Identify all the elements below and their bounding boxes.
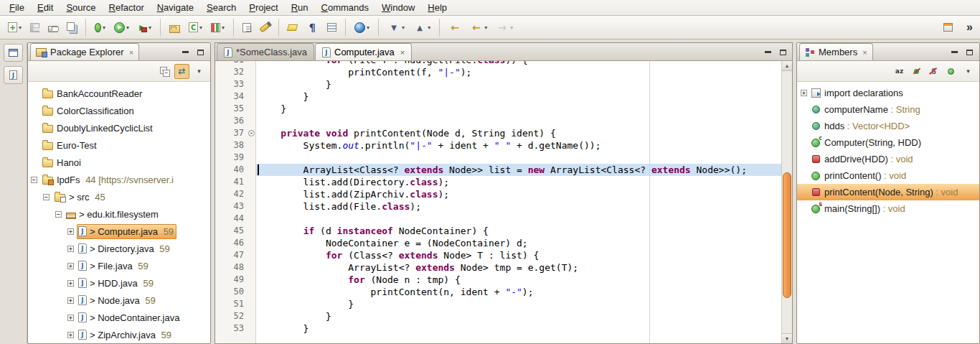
next-annotation-button[interactable]: ▼▾ (384, 17, 408, 38)
code-line-34[interactable]: } (256, 90, 781, 103)
code-line-46[interactable]: NodeContainer e = (NodeContainer) d; (256, 237, 781, 249)
hide-fields-button[interactable] (909, 64, 924, 79)
code-line-42[interactable]: list.add(ZipArchiv.class); (256, 188, 781, 200)
code-line-33[interactable]: } (256, 78, 781, 90)
debug-button[interactable]: ▾ (91, 17, 109, 38)
web-browser-button[interactable]: ▾ (351, 17, 373, 38)
editor-scrollbar[interactable]: ▲ ▼ (781, 61, 792, 343)
expander-plus-icon[interactable]: + (67, 228, 74, 235)
external-tools-button[interactable]: ▶▾ (134, 17, 155, 38)
tree-item-colorclassification[interactable]: ColorClassification (28, 102, 210, 119)
code-line-52[interactable]: } (256, 310, 781, 322)
code-line-47[interactable]: for (Class<? extends Node> T : list) { (256, 249, 781, 261)
java-document-button[interactable]: J (4, 66, 23, 84)
java-editor[interactable]: 3132333435363738394041424344454647484950… (215, 61, 792, 343)
code-line-44[interactable] (256, 213, 781, 225)
show-whitespace-button[interactable]: ¶ (302, 17, 322, 38)
member-hdds[interactable]: hdds : Vector<HDD> (797, 118, 979, 134)
restore-view-button[interactable] (4, 44, 23, 62)
save-button[interactable] (27, 17, 43, 38)
expander-plus-icon[interactable]: + (67, 297, 74, 304)
tree-item-ipdfs[interactable]: −IpdFs 44 [https://svnserver.i (28, 171, 210, 188)
menu-search[interactable]: Search (200, 0, 242, 15)
member-printcontent-node-string[interactable]: printContent(Node, String) : void (797, 184, 979, 200)
tree-item-src[interactable]: −> src 45 (28, 188, 210, 205)
code-line-49[interactable]: for (Node n : tmp) { (256, 274, 781, 286)
tree-item-nodecontainer-java[interactable]: +J> NodeContainer.java (28, 309, 210, 326)
forward-button[interactable]: →▾ (492, 17, 517, 38)
link-with-editor-button[interactable]: ⇄ (174, 64, 189, 79)
code-line-45[interactable]: if (d instanceof NodeContainer) { (256, 225, 781, 237)
minimize-view-button[interactable] (180, 47, 191, 57)
tree-item-directory-java[interactable]: +J> Directory.java 59 (28, 240, 210, 257)
member-main-string[interactable]: smain(String[]) : void (797, 200, 979, 217)
code-line-37[interactable]: private void printContent(Node d, String… (256, 127, 781, 139)
toolbar-overflow-chevron[interactable]: » (966, 21, 973, 34)
code-line-43[interactable]: list.add(File.class); (256, 200, 781, 213)
tree-item-node-java[interactable]: +J> Node.java 59 (28, 292, 210, 309)
code-line-39[interactable] (256, 152, 781, 164)
close-view-icon[interactable]: × (862, 48, 867, 57)
member-computer-string-hdd[interactable]: cComputer(String, HDD) (797, 134, 979, 151)
collapse-all-button[interactable] (157, 64, 172, 79)
tree-item-bankaccountreader[interactable]: BankAccountReader (28, 85, 210, 102)
tree-item-hanoi[interactable]: Hanoi (28, 154, 210, 171)
expander-plus-icon[interactable]: + (67, 246, 74, 252)
menu-edit[interactable]: Edit (31, 0, 60, 15)
pe-view-menu-button[interactable]: ▾ (192, 64, 207, 79)
tree-item-file-java[interactable]: +J> File.java 59 (28, 257, 210, 274)
expander-plus-icon[interactable]: + (801, 90, 807, 96)
new-task-button[interactable] (239, 17, 255, 38)
code-line-48[interactable]: ArrayList<? extends Node> tmp = e.get(T)… (256, 261, 781, 274)
expander-plus-icon[interactable]: + (67, 332, 74, 338)
tree-item-euro-test[interactable]: Euro-Test (28, 136, 210, 154)
code-line-40[interactable]: ArrayList<Class<? extends Node>> list = … (256, 164, 781, 176)
tree-item-doublylinkedcycliclist[interactable]: DoublyLinkedCyclicList (28, 119, 210, 136)
menu-project[interactable]: Project (242, 0, 284, 15)
code-line-31[interactable]: for (File f : hdd.get(File.class)) { (256, 61, 781, 66)
menu-help[interactable]: Help (421, 0, 453, 15)
member-printcontent[interactable]: printContent() : void (797, 167, 979, 184)
menu-window[interactable]: Window (375, 0, 421, 15)
member-adddrive-hdd[interactable]: addDrive(HDD) : void (797, 151, 979, 167)
new-java-project-button[interactable] (166, 17, 184, 38)
tree-item-ziparchiv-java[interactable]: +J> ZipArchiv.java 59 (28, 326, 210, 343)
package-explorer-tab[interactable]: Package Explorer × (30, 43, 139, 60)
menu-source[interactable]: Source (60, 0, 102, 15)
menu-file[interactable]: File (3, 0, 31, 15)
pin-editor-button[interactable] (940, 17, 956, 38)
expander-minus-icon[interactable]: − (31, 177, 37, 183)
close-view-icon[interactable]: × (129, 48, 133, 57)
menu-navigate[interactable]: Navigate (151, 0, 200, 15)
tree-item-computer-java[interactable]: +J> Computer.java 59 (28, 223, 210, 240)
run-button[interactable]: ▶▾ (110, 17, 133, 38)
code-line-36[interactable] (256, 115, 781, 127)
hide-static-button[interactable]: S (926, 64, 941, 79)
maximize-view-button[interactable] (195, 47, 206, 57)
code-line-41[interactable]: list.add(Directory.class); (256, 176, 781, 188)
editor-tab-someclass-java[interactable]: J*SomeClass.java (217, 43, 314, 60)
previous-annotation-button[interactable]: ▲▾ (410, 17, 434, 38)
code-line-53[interactable]: } (256, 322, 781, 335)
search-button[interactable] (256, 17, 273, 38)
editor-tab-computer-java[interactable]: JComputer.java× (315, 43, 412, 60)
member-import-declarations[interactable]: +import declarations (797, 85, 979, 101)
menu-run[interactable]: Run (285, 0, 315, 15)
open-type-button[interactable] (63, 17, 80, 38)
scrollbar-thumb[interactable] (783, 172, 791, 298)
tree-item-hdd-java[interactable]: +J> HDD.java 59 (28, 274, 210, 292)
menu-commands[interactable]: Commands (315, 0, 375, 15)
sort-members-button[interactable]: az (892, 64, 907, 79)
code-line-38[interactable]: System.out.println("|-" + ident + " " + … (256, 139, 781, 152)
hide-nonpublic-button[interactable] (943, 64, 958, 79)
scroll-down-button[interactable]: ▼ (782, 333, 792, 343)
members-view-menu-button[interactable]: ▾ (961, 64, 976, 79)
maximize-view-button[interactable] (964, 47, 975, 57)
tree-item-edu-kit-filesystem[interactable]: −> edu.kit.filesystem (28, 205, 210, 223)
minimize-editor-button[interactable] (763, 47, 773, 57)
new-java-class-button[interactable]: C▾ (185, 17, 206, 38)
maximize-editor-button[interactable] (778, 47, 788, 57)
last-edit-location-button[interactable]: ← (445, 17, 465, 38)
mark-occurrences-button[interactable] (284, 17, 301, 38)
expander-plus-icon[interactable]: + (67, 315, 74, 321)
